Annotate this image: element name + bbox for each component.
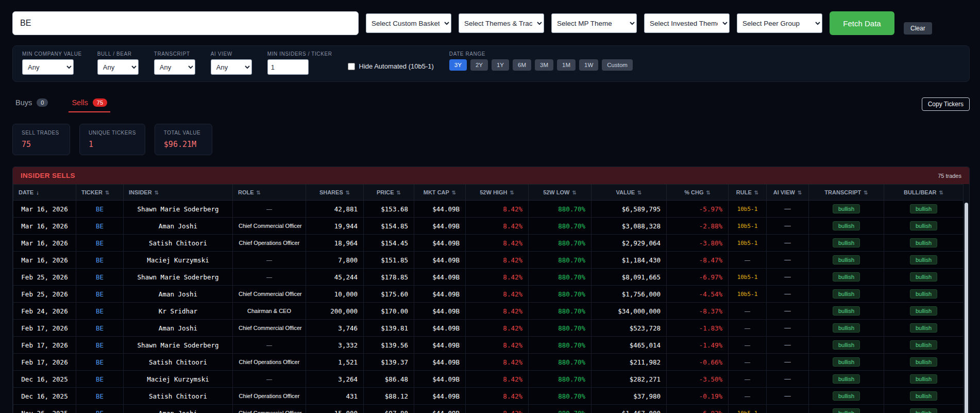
min-insiders-input[interactable] <box>267 59 309 75</box>
cell-ticker[interactable]: BE <box>76 201 124 218</box>
table-scrollbar-thumb[interactable] <box>965 203 968 413</box>
cell-shares: 15,000 <box>306 405 364 413</box>
column-header-52w-high[interactable]: 52W HIGH⇅ <box>466 185 529 201</box>
cell-transcript: bullish <box>809 354 884 371</box>
cell-ticker[interactable]: BE <box>76 218 124 235</box>
tab-buys[interactable]: Buys 0 <box>12 95 51 112</box>
cell-pct-chg: -2.88% <box>667 218 729 235</box>
date-range-6m[interactable]: 6M <box>513 59 531 71</box>
cell-52w-low: 880.70% <box>529 337 592 354</box>
date-range-3m[interactable]: 3M <box>535 59 553 71</box>
date-range-1m[interactable]: 1M <box>557 59 576 71</box>
peer-group-select[interactable]: Select Peer Group <box>737 13 822 33</box>
tab-sells[interactable]: Sells 75 <box>69 95 110 112</box>
date-range-3y[interactable]: 3Y <box>449 59 467 71</box>
column-header-ticker[interactable]: TICKER⇅ <box>76 185 124 201</box>
table-row[interactable]: Mar 16, 2026 BE Maciej Kurzymski — 7,800… <box>13 252 964 269</box>
table-row[interactable]: Feb 25, 2026 BE Aman Joshi Chief Commerc… <box>13 286 964 303</box>
themes-tracker-select[interactable]: Select Themes & Tracker <box>459 13 544 33</box>
column-header-value[interactable]: VALUE⇅ <box>592 185 667 201</box>
hide-automated-toggle[interactable]: Hide Automated (10b5-1) <box>348 62 434 70</box>
cell-bull-bear: bullish <box>884 252 964 269</box>
custom-basket-select[interactable]: Select Custom Basket <box>366 13 451 33</box>
cell-ticker[interactable]: BE <box>76 388 124 405</box>
cell-bull-bear: bullish <box>884 235 964 252</box>
filter-bull-bear: BULL / BEAR Any <box>97 51 139 75</box>
table-scrollbar[interactable] <box>964 184 969 413</box>
cell-52w-high: 8.42% <box>466 235 529 252</box>
table-row[interactable]: Dec 16, 2025 BE Maciej Kurzymski — 3,264… <box>13 371 964 388</box>
table-row[interactable]: Feb 17, 2026 BE Aman Joshi Chief Commerc… <box>13 320 964 337</box>
cell-role: Chief Commercial Officer <box>233 218 306 235</box>
table-row[interactable]: Feb 17, 2026 BE Shawn Marie Soderberg — … <box>13 337 964 354</box>
column-header-pct-chg[interactable]: % CHG⇅ <box>667 185 729 201</box>
date-range-2y[interactable]: 2Y <box>470 59 488 71</box>
cell-ticker[interactable]: BE <box>76 269 124 286</box>
table-row[interactable]: Feb 17, 2026 BE Satish Chitoori Chief Op… <box>13 354 964 371</box>
cell-ticker[interactable]: BE <box>76 354 124 371</box>
date-range-1w[interactable]: 1W <box>579 59 598 71</box>
cell-insider: Satish Chitoori <box>124 235 233 252</box>
transcript-select[interactable]: Any <box>154 59 195 75</box>
cell-value: $1,467,000 <box>592 405 667 413</box>
fetch-data-button[interactable]: Fetch Data <box>830 11 894 35</box>
hide-automated-checkbox[interactable] <box>348 63 355 70</box>
cell-ticker[interactable]: BE <box>76 405 124 413</box>
column-header-bull-bear[interactable]: BULL/BEAR⇅ <box>884 185 964 201</box>
cell-ai-view: — <box>767 337 809 354</box>
bullish-badge: bullish <box>833 408 860 413</box>
ai-view-select[interactable]: Any <box>211 59 252 75</box>
column-header-ai-view[interactable]: AI VIEW⇅ <box>767 185 809 201</box>
date-range-1y[interactable]: 1Y <box>492 59 509 71</box>
column-header-52w-low[interactable]: 52W LOW⇅ <box>529 185 592 201</box>
cell-mkt-cap: $44.09B <box>414 354 466 371</box>
column-header-mkt-cap[interactable]: MKT CAP⇅ <box>414 185 466 201</box>
min-company-value-select[interactable]: Any <box>22 59 74 75</box>
table-row[interactable]: Mar 16, 2026 BE Shawn Marie Soderberg — … <box>13 201 964 218</box>
cell-transcript: bullish <box>809 405 884 413</box>
table-row[interactable]: Nov 26, 2025 BE Aman Joshi Chief Commerc… <box>13 405 964 413</box>
table-row[interactable]: Feb 24, 2026 BE Kr Sridhar Chairman & CE… <box>13 303 964 320</box>
cell-role: Chief Operations Officer <box>233 235 306 252</box>
table-row[interactable]: Feb 25, 2026 BE Shawn Marie Soderberg — … <box>13 269 964 286</box>
column-header-shares[interactable]: SHARES⇅ <box>306 185 364 201</box>
cell-price: $153.68 <box>364 201 414 218</box>
cell-ticker[interactable]: BE <box>76 371 124 388</box>
bullish-badge: bullish <box>910 289 937 299</box>
cell-ticker[interactable]: BE <box>76 320 124 337</box>
mp-theme-select[interactable]: Select MP Theme <box>551 13 637 33</box>
sort-icon: ⇅ <box>155 190 159 195</box>
bull-bear-select[interactable]: Any <box>97 59 139 75</box>
cell-mkt-cap: $44.09B <box>414 235 466 252</box>
table-row[interactable]: Dec 16, 2025 BE Satish Chitoori Chief Op… <box>13 388 964 405</box>
cell-mkt-cap: $44.09B <box>414 320 466 337</box>
date-range-custom[interactable]: Custom <box>602 59 633 71</box>
column-header-price[interactable]: PRICE⇅ <box>364 185 414 201</box>
clear-button[interactable]: Clear <box>904 22 932 35</box>
cell-ticker[interactable]: BE <box>76 235 124 252</box>
cell-pct-chg: -8.37% <box>667 303 729 320</box>
cell-bull-bear: bullish <box>884 371 964 388</box>
column-header-rule[interactable]: RULE⇅ <box>729 185 767 201</box>
cell-role: — <box>233 269 306 286</box>
cell-52w-high: 8.42% <box>466 252 529 269</box>
cell-ticker[interactable]: BE <box>76 286 124 303</box>
column-header-role[interactable]: ROLE⇅ <box>233 185 306 201</box>
table-row[interactable]: Mar 16, 2026 BE Aman Joshi Chief Commerc… <box>13 218 964 235</box>
insider-table-body: Mar 16, 2026 BE Shawn Marie Soderberg — … <box>13 201 964 413</box>
column-header-date[interactable]: DATE↓ <box>13 185 76 201</box>
cell-rule: — <box>729 371 767 388</box>
cell-ticker[interactable]: BE <box>76 252 124 269</box>
table-row[interactable]: Mar 16, 2026 BE Satish Chitoori Chief Op… <box>13 235 964 252</box>
column-header-transcript[interactable]: TRANSCRIPT⇅ <box>809 185 884 201</box>
cell-mkt-cap: $44.09B <box>414 303 466 320</box>
bullish-badge: bullish <box>833 289 860 299</box>
cell-ticker[interactable]: BE <box>76 337 124 354</box>
copy-tickers-button[interactable]: Copy Tickers <box>922 97 970 111</box>
invested-theme-select[interactable]: Select Invested Theme <box>644 13 730 33</box>
column-header-insider[interactable]: INSIDER⇅ <box>124 185 233 201</box>
ticker-search-input[interactable] <box>12 11 359 35</box>
table-title-bar: INSIDER SELLS 75 trades <box>13 167 969 184</box>
cell-ticker[interactable]: BE <box>76 303 124 320</box>
cell-pct-chg: -6.82% <box>667 405 729 413</box>
